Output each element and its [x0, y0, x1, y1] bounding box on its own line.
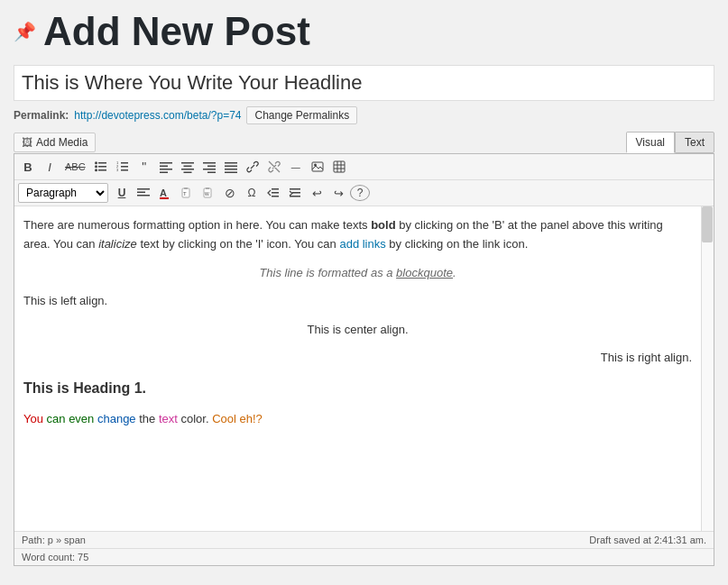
para1-link[interactable]: add links: [339, 237, 385, 251]
editor-content[interactable]: There are numerous formatting option in …: [14, 206, 714, 531]
align-left2-button[interactable]: [134, 183, 153, 203]
align-left-button[interactable]: [156, 157, 176, 177]
strikethrough-button[interactable]: ABC: [61, 157, 89, 177]
svg-rect-0: [98, 162, 106, 164]
color-color: color.: [178, 412, 212, 425]
svg-rect-22: [203, 169, 216, 170]
svg-rect-48: [272, 196, 279, 197]
svg-text:W: W: [205, 191, 209, 197]
post-title-input[interactable]: [14, 65, 714, 101]
editor-inner: There are numerous formatting option in …: [14, 206, 714, 531]
svg-rect-19: [183, 172, 191, 174]
blockquote-button[interactable]: ": [134, 157, 154, 177]
color-cool: Cool eh!?: [212, 412, 263, 425]
paste-text-button[interactable]: T: [177, 183, 197, 203]
para1-bold: bold: [371, 218, 395, 232]
bold-button[interactable]: B: [18, 157, 38, 177]
media-icon: 🖼: [22, 136, 32, 149]
indent-button[interactable]: [285, 183, 305, 203]
clear-formatting-button[interactable]: ⊘: [220, 183, 240, 203]
permalink-url[interactable]: http://devotepress.com/beta/?p=74: [74, 109, 241, 122]
blockquote-text: This line is formatted as a blockquote.: [259, 266, 456, 279]
word-count-label: Word count:: [22, 552, 75, 562]
align-right-button[interactable]: [199, 157, 219, 177]
svg-point-4: [95, 165, 97, 168]
para1-text1: There are numerous formatting option in …: [23, 218, 371, 232]
svg-rect-21: [207, 166, 216, 168]
editor-scrollbar[interactable]: [701, 206, 714, 531]
italic-button[interactable]: I: [40, 157, 60, 177]
editor-statusbar: Path: p » span Draft saved at 2:41:31 am…: [14, 531, 714, 548]
blockquote-underline: blockquote: [396, 266, 453, 279]
special-chars-button[interactable]: Ω: [242, 183, 262, 203]
left-align-text: This is left align.: [23, 291, 692, 310]
svg-point-3: [95, 161, 97, 164]
svg-rect-23: [207, 172, 216, 174]
editor-container: B I ABC 123 ": [14, 153, 714, 566]
color-text-line: You can even change the text color. Cool…: [23, 409, 692, 428]
svg-rect-49: [290, 188, 300, 190]
editor-top-bar: 🖼 Add Media Visual Text: [14, 132, 714, 153]
toolbar-row2: Paragraph Heading 1 Heading 2 Heading 3 …: [14, 180, 714, 206]
change-permalinks-button[interactable]: Change Permalinks: [246, 106, 357, 124]
draft-saved: Draft saved at 2:41:31 am.: [589, 535, 706, 545]
svg-rect-35: [137, 188, 150, 190]
help-button[interactable]: ?: [350, 185, 370, 201]
link-button[interactable]: [243, 157, 263, 177]
permalink-label: Permalink:: [14, 109, 69, 122]
path-indicator: Path: p » span: [22, 535, 86, 545]
svg-rect-26: [225, 169, 237, 170]
unordered-list-button[interactable]: [91, 157, 111, 177]
svg-rect-20: [203, 162, 216, 164]
svg-text:A: A: [160, 187, 167, 198]
color-can-even: can even: [47, 412, 95, 425]
svg-rect-41: [184, 187, 188, 189]
svg-rect-16: [181, 162, 194, 164]
paragraph-formatting: There are numerous formatting option in …: [23, 215, 692, 254]
heading1-text: This is Heading 1.: [23, 377, 692, 400]
right-align-text: This is right align.: [23, 348, 692, 367]
add-media-button[interactable]: 🖼 Add Media: [14, 133, 96, 152]
svg-rect-1: [98, 166, 106, 168]
paste-word-button[interactable]: W: [198, 183, 218, 203]
undo-button[interactable]: ↩: [307, 183, 327, 203]
unlink-button[interactable]: [264, 157, 284, 177]
tab-text[interactable]: Text: [675, 132, 714, 153]
svg-rect-12: [160, 162, 172, 164]
svg-rect-15: [160, 172, 168, 174]
outdent-button[interactable]: [263, 183, 283, 203]
color-you: You: [23, 412, 43, 425]
page-title-bar: 📌 Add New Post: [14, 9, 714, 54]
center-align-text: This is center align.: [23, 320, 692, 339]
ordered-list-button[interactable]: 123: [113, 157, 133, 177]
underline-button[interactable]: U: [112, 183, 132, 203]
justify-button[interactable]: [221, 157, 241, 177]
add-media-label: Add Media: [36, 136, 88, 149]
svg-rect-47: [272, 192, 279, 194]
svg-rect-7: [121, 166, 128, 168]
tab-visual[interactable]: Visual: [626, 132, 675, 153]
color-text: text: [159, 412, 178, 425]
svg-rect-39: [160, 197, 169, 199]
svg-rect-6: [121, 162, 128, 164]
svg-rect-2: [98, 169, 106, 171]
table-button[interactable]: [329, 157, 349, 177]
svg-point-5: [95, 169, 97, 171]
font-color-button[interactable]: A: [155, 183, 175, 203]
pin-icon: 📌: [14, 21, 36, 42]
permalink-bar: Permalink: http://devotepress.com/beta/?…: [14, 106, 714, 124]
svg-rect-25: [225, 166, 237, 168]
svg-rect-13: [160, 166, 168, 168]
align-center-button[interactable]: [178, 157, 198, 177]
color-the: the: [136, 412, 159, 425]
svg-rect-46: [272, 188, 279, 190]
scrollbar-thumb[interactable]: [702, 206, 713, 242]
svg-text:3: 3: [116, 168, 119, 172]
format-select[interactable]: Paragraph Heading 1 Heading 2 Heading 3 …: [18, 183, 108, 203]
redo-button[interactable]: ↪: [328, 183, 348, 203]
insert-image-button[interactable]: [308, 157, 327, 177]
svg-rect-8: [121, 169, 128, 171]
svg-rect-14: [160, 169, 172, 170]
svg-rect-36: [137, 192, 145, 194]
insert-more-button[interactable]: —: [286, 157, 306, 177]
